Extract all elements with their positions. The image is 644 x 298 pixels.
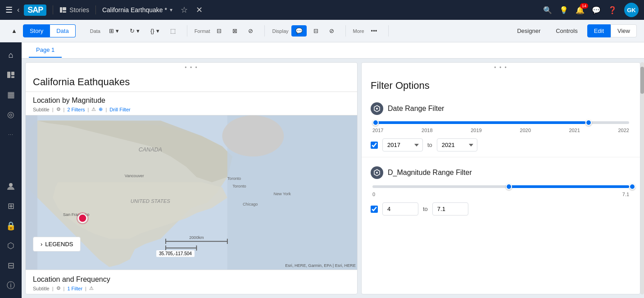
script-dropdown-icon: ▾ — [156, 28, 159, 34]
hamburger-icon[interactable]: ☰ — [5, 5, 13, 15]
sidebar-icon-lock[interactable]: 🔒 — [2, 217, 20, 235]
sidebar-icon-grid[interactable]: ⊟ — [2, 257, 20, 275]
settings2-icon[interactable]: ⚙ — [56, 285, 61, 291]
more-section: More ••• — [346, 25, 389, 37]
date-label-2020: 2020 — [520, 128, 531, 133]
date-label-2017: 2017 — [372, 128, 383, 133]
title-chevron-icon[interactable]: ▾ — [170, 7, 172, 13]
sidebar-icon-pages[interactable] — [2, 66, 20, 84]
tab-page1[interactable]: Page 1 — [29, 43, 62, 58]
svg-text:New York: New York — [273, 192, 291, 196]
data-section: Data ⊞ ▾ ↻ ▾ {} ▾ ⬚ — [83, 25, 187, 37]
section1: Location by Magnitude Subtitle | ⚙ | 2 F… — [26, 92, 357, 115]
edit-button[interactable]: Edit — [587, 24, 611, 37]
magnitude-filter-checkbox[interactable] — [371, 206, 378, 213]
story-title: California Earthquake * — [102, 6, 167, 14]
sidebar-icon-chart[interactable]: ▦ — [2, 86, 20, 104]
sidebar-icon-info[interactable]: ⓘ — [2, 276, 20, 294]
date-slider-thumb-right[interactable] — [585, 119, 592, 126]
layout-button[interactable]: ⬚ — [166, 25, 180, 37]
user-avatar[interactable]: GK — [624, 3, 639, 17]
magnitude-slider-thumb-right[interactable] — [629, 183, 635, 190]
sidebar-icon-geo[interactable]: ◎ — [2, 105, 20, 124]
magnitude-slider-thumb-left[interactable] — [506, 183, 512, 190]
format-split-button[interactable]: ⊠ — [228, 25, 241, 37]
date-filter-inputs: 2017 2018 2019 2020 2021 2022 to 2017 20… — [371, 138, 631, 151]
left-sidebar: ⌂ ▦ ◎ ··· ⊞ 🔒 ⬡ ⊟ ⓘ — [0, 42, 22, 298]
search-icon[interactable]: 🔍 — [543, 6, 552, 14]
display-block-button[interactable]: ⊘ — [325, 25, 338, 37]
magnitude-to-input[interactable] — [432, 202, 468, 215]
data-button[interactable]: Data — [50, 24, 75, 37]
scrollbar[interactable] — [640, 62, 644, 294]
date-slider-thumb-left[interactable] — [372, 119, 379, 126]
magnitude-filter-inputs: to — [371, 202, 631, 215]
notification-button[interactable]: 🔔 14 — [576, 6, 585, 14]
date-slider-track[interactable] — [372, 121, 629, 124]
magnitude-to-label: to — [423, 206, 428, 212]
svg-text:UNITED STATES: UNITED STATES — [131, 198, 171, 204]
display-table-button[interactable]: ⊟ — [309, 25, 322, 37]
date-filter-checkbox[interactable] — [371, 142, 378, 149]
magnitude-slider-track[interactable] — [372, 185, 629, 188]
settings-icon[interactable]: ⚙ — [56, 106, 61, 112]
date-label-2019: 2019 — [471, 128, 481, 133]
main-layout: ⌂ ▦ ◎ ··· ⊞ 🔒 ⬡ ⊟ ⓘ Page 1 • • • Califor… — [0, 42, 644, 298]
lightbulb-icon[interactable]: 💡 — [559, 6, 568, 14]
sidebar-icon-person[interactable] — [2, 177, 20, 195]
date-to-select[interactable]: 2017 2018 2021 2022 — [437, 138, 477, 151]
script-button[interactable]: {} ▾ — [146, 25, 163, 37]
more-button[interactable]: ••• — [367, 25, 381, 37]
format-circle-button[interactable]: ⊘ — [244, 25, 257, 37]
comment-button[interactable]: 💬 — [291, 25, 307, 37]
format-table-button[interactable]: ⊟ — [213, 25, 226, 37]
back-button[interactable]: ‹ — [17, 6, 19, 14]
format-split-icon: ⊠ — [232, 28, 237, 34]
collapse-button[interactable]: ▲ — [7, 25, 21, 37]
date-label-2018: 2018 — [422, 128, 432, 133]
magnitude-from-input[interactable] — [382, 202, 418, 215]
filters-link[interactable]: 2 Filters — [67, 107, 85, 112]
filters2-link[interactable]: 1 Filter — [67, 286, 82, 291]
svg-text:2000km: 2000km — [189, 235, 204, 240]
chat-icon[interactable]: 💬 — [592, 6, 601, 14]
date-filter-title: Date Range Filter — [388, 105, 444, 113]
map-coordinates: 35.705,-117.504 — [156, 250, 195, 257]
sidebar-icon-home[interactable]: ⌂ — [2, 46, 20, 64]
view-button[interactable]: View — [611, 24, 637, 37]
legends-button[interactable]: › LEGENDS — [33, 237, 81, 252]
display-section-label: Display — [272, 28, 288, 34]
sidebar-icon-cube[interactable]: ⬡ — [2, 237, 20, 255]
legends-label: LEGENDS — [45, 241, 73, 248]
designer-button[interactable]: Designer — [511, 24, 546, 37]
table-icon: ⊞ — [109, 28, 114, 34]
date-from-select[interactable]: 2017 2018 2019 2020 2021 2022 — [382, 138, 423, 151]
sidebar-icon-table[interactable]: ⊞ — [2, 197, 20, 215]
close-icon[interactable]: ✕ — [196, 5, 203, 15]
data-table-button[interactable]: ⊞ ▾ — [105, 25, 123, 37]
svg-rect-4 — [11, 72, 14, 75]
drill-filter-link[interactable]: Drill Filter — [109, 107, 130, 112]
controls-button[interactable]: Controls — [550, 24, 583, 37]
scroll-thumb[interactable] — [640, 67, 644, 94]
star-icon[interactable]: ☆ — [181, 5, 188, 15]
magnitude-slider-container: 0 7.1 — [371, 185, 631, 197]
help-icon[interactable]: ❓ — [608, 6, 617, 14]
panel-handle-right[interactable]: • • • — [362, 63, 640, 73]
data-section-label: Data — [90, 28, 100, 34]
magnitude-filter-header: D_Magnitude Range Filter — [371, 166, 631, 179]
notification-badge: 14 — [580, 3, 588, 9]
svg-point-27 — [78, 214, 86, 222]
right-panel-title: Filter Options — [362, 73, 640, 97]
refresh-button[interactable]: ↻ ▾ — [126, 25, 144, 37]
data-dropdown-icon: ▾ — [116, 28, 119, 34]
display-block-icon: ⊘ — [329, 28, 334, 34]
subtitle-text: Subtitle — [33, 107, 50, 112]
collapse-icon: ▲ — [11, 28, 17, 34]
sidebar-icon-more[interactable]: ··· — [2, 125, 20, 143]
nav-divider2 — [95, 5, 96, 14]
refresh-dropdown-icon: ▾ — [136, 28, 140, 34]
panel-handle-top[interactable]: • • • — [26, 63, 357, 73]
story-button[interactable]: Story — [23, 24, 50, 37]
stories-icon — [59, 6, 67, 14]
